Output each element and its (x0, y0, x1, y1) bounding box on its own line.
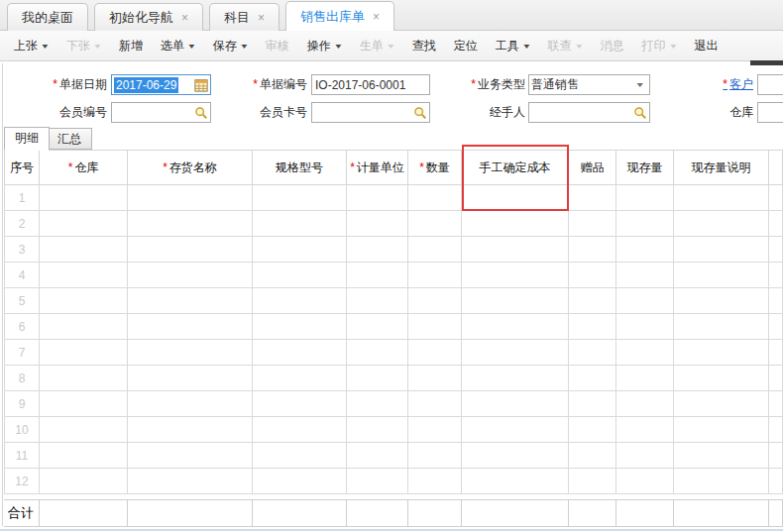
grid-cell[interactable] (462, 237, 569, 263)
grid-cell[interactable] (674, 263, 769, 288)
grid-cell[interactable] (674, 443, 769, 469)
grid-cell[interactable] (616, 314, 674, 340)
close-icon[interactable]: × (258, 5, 265, 31)
grid-cell[interactable] (769, 366, 783, 391)
grid-cell[interactable] (769, 288, 783, 314)
calendar-icon[interactable] (194, 78, 208, 92)
grid-cell[interactable] (253, 366, 347, 391)
grid-cell[interactable] (347, 417, 408, 443)
grid-cell[interactable] (462, 211, 569, 237)
grid-cell[interactable] (408, 417, 462, 443)
grid-cell[interactable] (674, 288, 769, 314)
biz-type-select[interactable]: 普通销售 ▼ (528, 74, 650, 95)
grid-cell[interactable] (128, 288, 253, 314)
grid-cell[interactable] (40, 443, 128, 469)
grid-cell[interactable] (347, 366, 408, 391)
grid-cell[interactable] (408, 340, 462, 366)
grid-cell[interactable] (40, 185, 128, 211)
doc-date-input[interactable]: 2017-06-29 (111, 74, 211, 95)
toolbar-button[interactable]: 工具▼ (487, 38, 539, 54)
grid-cell[interactable] (616, 391, 674, 417)
toolbar-button[interactable]: 上张▼ (5, 38, 57, 54)
window-tab[interactable]: 初始化导航× (94, 3, 203, 31)
grid-cell[interactable] (253, 237, 347, 263)
grid-cell[interactable] (408, 443, 462, 469)
grid-cell[interactable] (462, 340, 569, 366)
grid-cell[interactable] (674, 237, 769, 263)
grid-cell[interactable] (408, 237, 462, 263)
close-icon[interactable]: × (181, 5, 188, 31)
grid-cell[interactable] (769, 443, 783, 469)
grid-cell[interactable] (569, 314, 616, 340)
grid-cell[interactable] (347, 443, 408, 469)
grid-cell[interactable] (569, 417, 616, 443)
grid-cell[interactable] (616, 469, 674, 494)
grid-cell[interactable] (128, 443, 253, 469)
grid-cell[interactable] (674, 211, 769, 237)
grid-cell[interactable] (569, 288, 616, 314)
grid-cell[interactable] (253, 263, 347, 288)
grid-cell[interactable] (769, 469, 783, 494)
grid-cell[interactable] (569, 391, 616, 417)
customer-input[interactable] (760, 78, 783, 92)
grid-cell[interactable] (616, 340, 674, 366)
grid-cell[interactable] (674, 340, 769, 366)
grid-cell[interactable] (569, 469, 616, 494)
grid-cell[interactable] (40, 469, 128, 494)
member-card-input[interactable] (314, 106, 413, 120)
grid-cell[interactable] (253, 211, 347, 237)
customer-link[interactable]: *客户 (723, 77, 753, 91)
grid-cell[interactable] (569, 263, 616, 288)
grid-cell[interactable] (408, 185, 462, 211)
grid-cell[interactable] (769, 391, 783, 417)
grid-cell[interactable] (462, 443, 569, 469)
grid-cell[interactable] (769, 211, 783, 237)
grid-cell[interactable] (616, 263, 674, 288)
grid-cell[interactable] (769, 237, 783, 263)
chevron-down-icon[interactable]: ▼ (635, 81, 650, 88)
window-tab[interactable]: 销售出库单× (285, 1, 394, 31)
grid-cell[interactable] (408, 211, 462, 237)
grid-cell[interactable] (569, 443, 616, 469)
warehouse-input[interactable] (760, 106, 783, 120)
toolbar-button[interactable]: 查找 (403, 38, 445, 54)
grid-cell[interactable] (347, 469, 408, 494)
grid-cell[interactable] (253, 314, 347, 340)
grid-cell[interactable] (128, 263, 253, 288)
grid-cell[interactable] (347, 314, 408, 340)
grid-cell[interactable] (769, 417, 783, 443)
grid-cell[interactable] (769, 340, 783, 366)
grid-cell[interactable] (253, 288, 347, 314)
grid-cell[interactable] (462, 366, 569, 391)
search-icon[interactable] (633, 106, 647, 120)
grid-cell[interactable] (253, 391, 347, 417)
grid-cell[interactable] (462, 263, 569, 288)
grid-cell[interactable] (128, 237, 253, 263)
grid-cell[interactable] (347, 185, 408, 211)
grid-cell[interactable] (616, 185, 674, 211)
search-icon[interactable] (413, 106, 427, 120)
grid-cell[interactable] (569, 340, 616, 366)
grid-cell[interactable] (674, 391, 769, 417)
handler-input[interactable] (531, 106, 633, 120)
grid-cell[interactable] (40, 288, 128, 314)
grid-cell[interactable] (40, 263, 128, 288)
grid-cell[interactable] (128, 185, 253, 211)
grid-cell[interactable] (40, 417, 128, 443)
grid-cell[interactable] (462, 314, 569, 340)
grid-cell[interactable] (40, 340, 128, 366)
grid-cell[interactable] (253, 443, 347, 469)
toolbar-button[interactable]: 保存▼ (204, 38, 257, 54)
grid-cell[interactable] (253, 417, 347, 443)
toolbar-button[interactable]: 操作▼ (298, 38, 351, 54)
grid-cell[interactable] (616, 237, 674, 263)
grid-cell[interactable] (40, 237, 128, 263)
grid-cell[interactable] (347, 288, 408, 314)
grid-cell[interactable] (569, 366, 616, 391)
doc-no-input[interactable] (314, 78, 427, 92)
grid-cell[interactable] (769, 314, 783, 340)
grid-cell[interactable] (408, 314, 462, 340)
grid-cell[interactable] (616, 417, 674, 443)
grid-cell[interactable] (128, 391, 253, 417)
grid-cell[interactable] (462, 288, 569, 314)
